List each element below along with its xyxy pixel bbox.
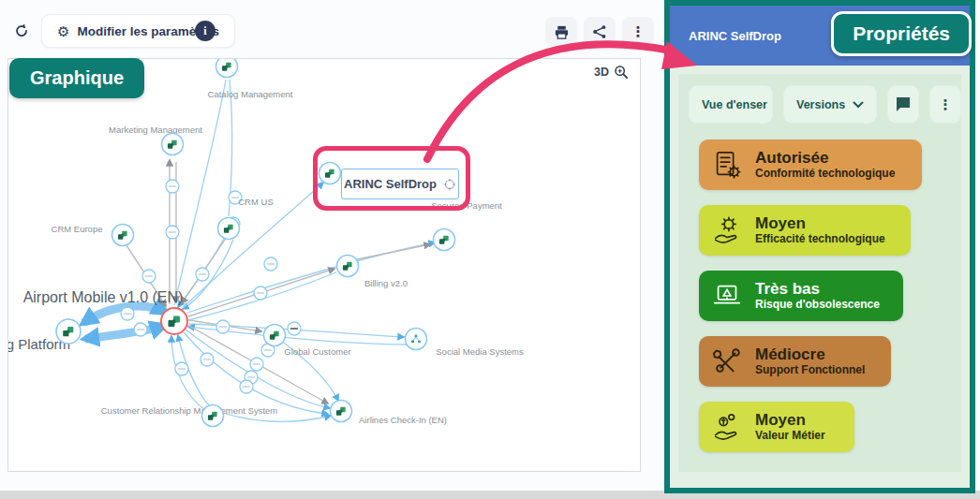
kebab-icon: ⋮ bbox=[631, 23, 646, 40]
proprietes-badge: Propriétés bbox=[831, 11, 972, 56]
node-label: Billing v2.0 bbox=[364, 278, 408, 288]
graph-node-global-customer[interactable] bbox=[262, 323, 287, 347]
card-support-fonctionnel[interactable]: Médiocre Support Fonctionnel bbox=[699, 336, 891, 387]
graph-node-marketing-management[interactable] bbox=[160, 132, 185, 156]
property-cards: Autorisée Conformité technologique Moyen… bbox=[699, 139, 961, 452]
card-metric: Risque d'obsolescence bbox=[755, 299, 880, 312]
laptop-alert-icon bbox=[711, 280, 743, 312]
chevron-down-icon bbox=[853, 101, 864, 109]
node-label: Marketing Management bbox=[109, 125, 202, 135]
checklist-gear-icon bbox=[711, 149, 743, 181]
graph-node-crm-europe[interactable] bbox=[111, 223, 135, 247]
graph-node-airlines-checkin[interactable] bbox=[329, 399, 353, 423]
info-button[interactable]: i bbox=[195, 21, 215, 41]
graph-node-arinc-selfdrop[interactable] bbox=[318, 161, 342, 185]
zoom-magnifier-icon[interactable] bbox=[614, 65, 629, 80]
graph-node-billing[interactable] bbox=[335, 254, 360, 278]
card-conformite-technologique[interactable]: Autorisée Conformité technologique bbox=[699, 139, 922, 190]
hand-coins-icon bbox=[711, 411, 743, 443]
panel-tab-row: Vue d'enser Versions ⋮ bbox=[678, 74, 961, 124]
node-label: Airlines Check-In (EN) bbox=[359, 415, 447, 425]
node-label: CRM Europe bbox=[52, 224, 103, 234]
card-value: Autorisée bbox=[755, 149, 895, 168]
toolbar-kebab-button[interactable]: ⋮ bbox=[622, 17, 654, 47]
graph-node-airport-mobile[interactable] bbox=[159, 306, 189, 336]
hand-gear-icon bbox=[711, 214, 743, 246]
graph-node-crm-system[interactable] bbox=[200, 404, 225, 428]
graph-node-catalog-management[interactable] bbox=[215, 58, 239, 79]
node-label: Social Media Systems bbox=[436, 346, 523, 357]
tab-overview[interactable]: Vue d'enser bbox=[689, 85, 773, 124]
graph-node-secured-payment[interactable] bbox=[432, 227, 456, 252]
target-icon[interactable] bbox=[443, 178, 456, 191]
node-label: Global Customer bbox=[284, 346, 350, 357]
graph-node-social-media-systems[interactable] bbox=[404, 327, 428, 351]
versions-label: Versions bbox=[796, 98, 845, 111]
graph-node-crm-us[interactable] bbox=[216, 216, 241, 241]
threed-label: 3D bbox=[594, 66, 609, 79]
node-label: Catalog Management bbox=[208, 89, 293, 99]
kebab-icon: ⋮ bbox=[939, 96, 953, 113]
print-button[interactable] bbox=[545, 17, 577, 47]
node-label: Customer Relationship Management System bbox=[101, 405, 278, 416]
properties-panel: ARINC SelfDrop Propriétés Vue d'enser Ve… bbox=[664, 0, 975, 493]
node-label: Airport Mobile v1.0 (EN) bbox=[23, 289, 184, 306]
refresh-icon bbox=[13, 22, 30, 39]
graph-canvas[interactable]: Catalog Management Marketing Management … bbox=[7, 58, 641, 472]
card-valeur-metier[interactable]: Moyen Valeur Métier bbox=[699, 402, 854, 452]
panel-kebab-button[interactable]: ⋮ bbox=[929, 85, 961, 124]
chat-icon bbox=[895, 96, 912, 112]
card-efficacite-technologique[interactable]: Moyen Efficacité technologique bbox=[699, 205, 911, 256]
card-metric: Support Fonctionnel bbox=[755, 364, 865, 377]
card-metric: Efficacité technologique bbox=[755, 233, 885, 246]
print-icon bbox=[554, 24, 570, 40]
card-value: Moyen bbox=[755, 411, 825, 430]
panel-body: Vue d'enser Versions ⋮ bbox=[678, 74, 961, 472]
card-risque-obsolescence[interactable]: Très bas Risque d'obsolescence bbox=[699, 271, 903, 321]
threed-control[interactable]: 3D bbox=[594, 65, 629, 80]
tools-icon bbox=[711, 345, 743, 377]
share-icon bbox=[592, 24, 607, 39]
graph-node-ing-platform[interactable] bbox=[54, 317, 82, 345]
card-metric: Conformité technologique bbox=[755, 168, 895, 181]
card-value: Moyen bbox=[755, 214, 885, 233]
selected-node-label-box[interactable]: ARINC SelfDrop bbox=[341, 169, 459, 199]
card-value: Très bas bbox=[755, 280, 880, 299]
gear-icon: ⚙ bbox=[57, 24, 69, 38]
node-label: CRM US bbox=[238, 197, 273, 207]
versions-dropdown[interactable]: Versions bbox=[783, 85, 877, 124]
refresh-button[interactable] bbox=[7, 17, 36, 45]
info-icon: i bbox=[203, 24, 206, 38]
selected-node-label: ARINC SelfDrop bbox=[344, 177, 437, 191]
panel-title: ARINC SelfDrop bbox=[689, 29, 781, 43]
comments-button[interactable] bbox=[887, 85, 919, 124]
card-metric: Valeur Métier bbox=[755, 430, 825, 443]
toolbar: ⚙ Modifier les paramètres i ⋮ bbox=[0, 0, 661, 54]
share-button[interactable] bbox=[584, 17, 616, 47]
graphique-badge: Graphique bbox=[9, 58, 144, 98]
card-value: Médiocre bbox=[755, 345, 865, 364]
